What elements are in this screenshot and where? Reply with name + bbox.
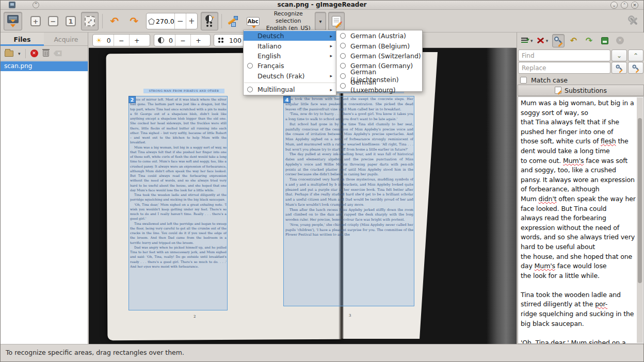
delete-file-icon[interactable] (43, 50, 49, 57)
wrench-icon (628, 15, 639, 27)
insert-mode-button[interactable]: ▾ (521, 34, 534, 47)
brightness-contrast-icon: ✦ (204, 15, 215, 27)
autolayout-button[interactable] (224, 12, 242, 30)
show-controls-button[interactable] (4, 12, 22, 30)
ocr-selection-region-4[interactable] (283, 96, 414, 306)
output-toolbar: ▾ ▾ ↶ ↷ ✕ (517, 32, 644, 48)
find-replace-toggle-button[interactable] (552, 34, 565, 47)
minimize-button[interactable]: ⌄ (610, 2, 618, 9)
display-controls-icon (7, 15, 19, 27)
rotate-right-icon: ↷ (130, 16, 139, 26)
file-list-item-selected[interactable]: scan.png (1, 61, 88, 71)
replace-all-icon (632, 64, 639, 71)
window-title: scan.png - gImageReader (1, 1, 643, 8)
strip-characters-button[interactable]: ▾ (537, 34, 549, 47)
brightness-minus-button[interactable]: − (114, 35, 129, 46)
zoom-out-icon: − (48, 16, 58, 26)
rotation-plus-button[interactable]: + (186, 13, 197, 29)
open-folder-icon[interactable] (5, 51, 13, 57)
submenu-item-german-austria[interactable]: German (Austria) (336, 31, 422, 41)
brightness-value[interactable]: 0 (104, 35, 114, 46)
toggle-output-pane-button[interactable] (328, 12, 345, 30)
submenu-arrow-icon: ▸ (330, 43, 332, 48)
substitutions-label: Substitutions (565, 87, 607, 94)
maximize-button[interactable]: ⌃ (621, 2, 628, 9)
ocr-region-badge-4: 4 (283, 96, 291, 103)
replace-all-button[interactable] (628, 62, 643, 74)
find-next-button[interactable]: ⌄ (611, 50, 627, 61)
menu-item-deutsch-frak[interactable]: Deutsch (Frak) ▸ (244, 71, 336, 81)
submenu-arrow-icon: ▸ (330, 73, 332, 78)
close-button[interactable]: ✕ (631, 2, 638, 9)
sources-panel: Files Acquire ▾ ✕ scan.png (1, 32, 88, 344)
remove-file-icon[interactable]: ✕ (30, 50, 38, 57)
tab-files[interactable]: Files (1, 32, 44, 46)
titlebar[interactable]: ⌃ scan.png - gImageReader ⌄ ⌃ ✕ (1, 1, 643, 10)
match-case-row: Match case (520, 76, 568, 84)
clear-files-icon[interactable] (54, 51, 62, 56)
rotate-right-button[interactable]: ↷ (125, 12, 143, 30)
clear-output-button[interactable]: ✕ (614, 34, 626, 47)
contrast-plus-button[interactable]: + (191, 35, 206, 46)
chevron-up-icon: ⌃ (633, 53, 638, 58)
redo-button[interactable]: ↷ (583, 34, 595, 47)
status-message: To recognize specific areas, drag rectan… (6, 349, 184, 356)
zoom-fit-button[interactable]: ⤢ (81, 12, 99, 30)
ocr-output-area[interactable]: Mum was a big woman, but big in a soggy … (518, 96, 644, 344)
left-page-number: 2 (194, 315, 196, 319)
recognize-language-menu: Deutsch ▸ Italiano ▸ English ▸ Français … (243, 30, 336, 95)
brightness-spinbox[interactable]: ☀ 0 − + (92, 34, 150, 46)
ocr-region-badge-2: 2 (128, 96, 136, 103)
strip-characters-icon (537, 37, 544, 44)
image-controls-button[interactable]: ✦ (201, 12, 218, 30)
zoom-in-button[interactable]: + (27, 12, 44, 30)
substitutions-button[interactable]: Substitutions (518, 85, 644, 96)
output-scrollbar[interactable] (637, 97, 643, 343)
menu-item-english[interactable]: English ▸ (244, 51, 336, 61)
tab-acquire[interactable]: Acquire (44, 32, 88, 46)
main-toolbar: + − 1 ⤢ ↶ ↷ 270.0 − + ✦ (1, 10, 643, 32)
save-output-button[interactable] (599, 34, 611, 47)
undo-button[interactable]: ↶ (568, 34, 580, 47)
magic-wand-icon (227, 15, 239, 27)
replace-button[interactable] (611, 62, 627, 74)
preferences-button[interactable] (626, 12, 641, 30)
match-case-checkbox[interactable] (520, 77, 527, 84)
recognize-button[interactable]: Abc Recognize selection English (en_US) (243, 12, 313, 30)
radio-icon (247, 63, 253, 69)
rotation-value[interactable]: 270.0 (156, 13, 174, 29)
rotation-minus-button[interactable]: − (175, 13, 186, 29)
scrollbar-thumb[interactable] (638, 118, 642, 283)
menu-item-italiano[interactable]: Italiano ▸ (244, 41, 336, 51)
ocr-selection-region-2[interactable] (128, 96, 228, 310)
submenu-item-german-luxembourg[interactable]: German (Luxembourg) (336, 81, 422, 91)
contrast-value[interactable]: 0 (167, 35, 175, 46)
zoom-out-button[interactable]: − (45, 12, 61, 30)
sources-tabs: Files Acquire (1, 32, 88, 46)
radio-icon (340, 83, 346, 89)
menu-item-multilingual[interactable]: Multilingual ▸ (244, 85, 336, 94)
find-prev-button[interactable]: ⌃ (628, 50, 643, 61)
resolution-value[interactable]: 100 (228, 35, 243, 46)
brightness-plus-button[interactable]: + (130, 35, 144, 46)
submenu-item-german-belgium[interactable]: German (Belgium) (336, 41, 422, 51)
open-dropdown-icon[interactable]: ▾ (18, 51, 21, 56)
rotate-left-button[interactable]: ↶ (106, 12, 123, 30)
submenu-item-german-switzerland[interactable]: German (Switzerland) (336, 51, 422, 61)
german-variant-submenu: German (Austria) German (Belgium) German… (336, 30, 423, 92)
contrast-spinbox[interactable]: 0 − + (154, 34, 211, 46)
save-icon (601, 37, 608, 44)
output-editor-icon (332, 16, 341, 26)
rotation-spinbox[interactable]: 270.0 − + (146, 13, 198, 29)
contrast-minus-button[interactable]: − (175, 35, 190, 46)
find-input[interactable] (518, 50, 610, 61)
menu-item-deutsch[interactable]: Deutsch ▸ (244, 31, 336, 41)
ocr-output-text[interactable]: Mum was a big woman, but big in a soggy … (521, 98, 636, 343)
replace-input[interactable] (518, 62, 610, 74)
zoom-original-button[interactable]: 1 (62, 12, 79, 30)
toolbar-separator (221, 14, 222, 28)
recognize-language-dropdown-button[interactable]: ▾ (315, 12, 326, 30)
submenu-arrow-icon: ▸ (330, 53, 332, 58)
menu-item-francais[interactable]: Français (244, 61, 336, 71)
radio-icon (247, 87, 253, 92)
